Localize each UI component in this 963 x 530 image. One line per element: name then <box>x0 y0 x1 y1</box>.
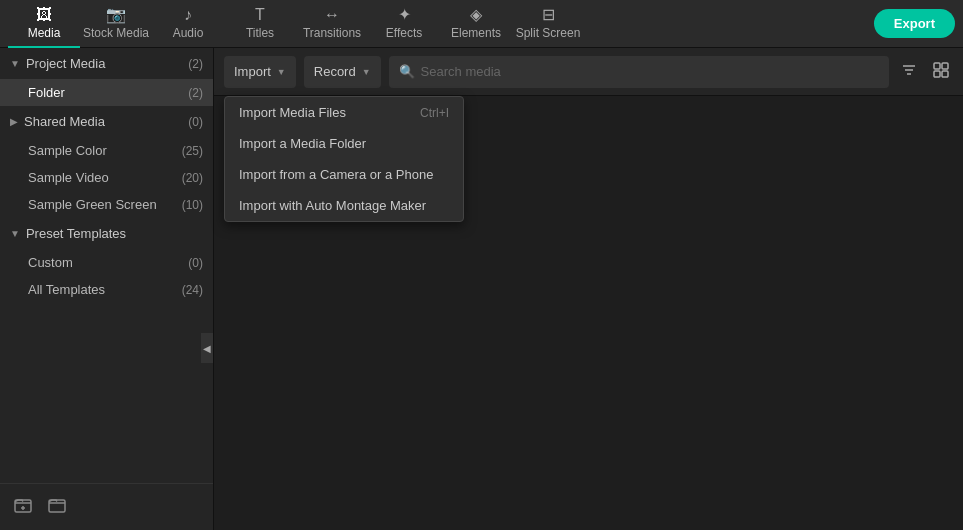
nav-item-audio[interactable]: ♪ Audio <box>152 0 224 48</box>
grid-view-button[interactable] <box>929 58 953 86</box>
main-layout: ▼ Project Media (2) Folder (2) ▶ Shared … <box>0 48 963 530</box>
sidebar-item-folder[interactable]: Folder (2) <box>0 79 213 106</box>
all-templates-count: (24) <box>182 283 203 297</box>
sample-video-count: (20) <box>182 171 203 185</box>
import-media-files-shortcut: Ctrl+I <box>420 106 449 120</box>
toolbar: Import ▼ Record ▼ 🔍 <box>214 48 963 96</box>
nav-label-effects: Effects <box>386 26 422 40</box>
svg-rect-8 <box>942 63 948 69</box>
nav-item-split-screen[interactable]: ⊟ Split Screen <box>512 0 584 48</box>
nav-item-transitions[interactable]: ↔ Transitions <box>296 0 368 48</box>
nav-item-media[interactable]: 🖼 Media <box>8 0 80 48</box>
nav-label-split-screen: Split Screen <box>516 26 581 40</box>
sidebar-item-custom[interactable]: Custom (0) <box>0 249 213 276</box>
media-icon: 🖼 <box>36 6 52 24</box>
search-box: 🔍 <box>389 56 889 88</box>
custom-count: (0) <box>188 256 203 270</box>
record-label: Record <box>314 64 356 79</box>
section-label-project-media: Project Media <box>26 56 182 71</box>
new-folder-button[interactable] <box>10 492 36 522</box>
sample-color-label: Sample Color <box>28 143 182 158</box>
section-label-preset-templates: Preset Templates <box>26 226 203 241</box>
import-label: Import <box>234 64 271 79</box>
sidebar-item-all-templates[interactable]: All Templates (24) <box>0 276 213 303</box>
menu-item-import-media-files[interactable]: Import Media Files Ctrl+I <box>225 97 463 128</box>
sidebar-item-sample-video[interactable]: Sample Video (20) <box>0 164 213 191</box>
section-count-shared-media: (0) <box>188 115 203 129</box>
menu-item-import-auto-montage[interactable]: Import with Auto Montage Maker <box>225 190 463 221</box>
custom-label: Custom <box>28 255 188 270</box>
nav-label-media: Media <box>28 26 61 40</box>
audio-icon: ♪ <box>184 6 192 24</box>
nav-item-effects[interactable]: ✦ Effects <box>368 0 440 48</box>
folder-count: (2) <box>188 86 203 100</box>
folder-label: Folder <box>28 85 188 100</box>
search-input[interactable] <box>421 64 879 79</box>
import-dropdown-menu: Import Media Files Ctrl+I Import a Media… <box>224 96 464 222</box>
export-button[interactable]: Export <box>874 9 955 38</box>
transitions-icon: ↔ <box>324 6 340 24</box>
nav-label-elements: Elements <box>451 26 501 40</box>
import-auto-montage-label: Import with Auto Montage Maker <box>239 198 426 213</box>
effects-icon: ✦ <box>398 5 411 24</box>
sidebar-item-sample-color[interactable]: Sample Color (25) <box>0 137 213 164</box>
sample-video-label: Sample Video <box>28 170 182 185</box>
chevron-down-icon: ▼ <box>10 58 20 69</box>
sidebar-section-project-media[interactable]: ▼ Project Media (2) <box>0 48 213 79</box>
nav-label-stock-media: Stock Media <box>83 26 149 40</box>
nav-item-titles[interactable]: T Titles <box>224 0 296 48</box>
sidebar-bottom-bar <box>0 483 213 530</box>
all-templates-label: All Templates <box>28 282 182 297</box>
svg-rect-9 <box>934 71 940 77</box>
elements-icon: ◈ <box>470 5 482 24</box>
menu-item-import-camera-phone[interactable]: Import from a Camera or a Phone <box>225 159 463 190</box>
split-screen-icon: ⊟ <box>542 5 555 24</box>
nav-label-transitions: Transitions <box>303 26 361 40</box>
top-nav: 🖼 Media 📷 Stock Media ♪ Audio T Titles ↔… <box>0 0 963 48</box>
import-button[interactable]: Import ▼ <box>224 56 296 88</box>
svg-rect-10 <box>942 71 948 77</box>
chevron-right-icon: ▶ <box>10 116 18 127</box>
section-count-project-media: (2) <box>188 57 203 71</box>
content-area: Import ▼ Record ▼ 🔍 <box>214 48 963 530</box>
sidebar: ▼ Project Media (2) Folder (2) ▶ Shared … <box>0 48 214 530</box>
titles-icon: T <box>255 6 265 24</box>
menu-item-import-media-folder[interactable]: Import a Media Folder <box>225 128 463 159</box>
import-caret-icon: ▼ <box>277 67 286 77</box>
nav-label-audio: Audio <box>173 26 204 40</box>
sidebar-section-preset-templates[interactable]: ▼ Preset Templates <box>0 218 213 249</box>
import-camera-phone-label: Import from a Camera or a Phone <box>239 167 433 182</box>
nav-item-stock-media[interactable]: 📷 Stock Media <box>80 0 152 48</box>
svg-rect-7 <box>934 63 940 69</box>
section-label-shared-media: Shared Media <box>24 114 182 129</box>
nav-label-titles: Titles <box>246 26 274 40</box>
import-media-files-label: Import Media Files <box>239 105 346 120</box>
sample-green-screen-label: Sample Green Screen <box>28 197 182 212</box>
sidebar-collapse-button[interactable]: ◀ <box>201 333 213 363</box>
import-media-folder-label: Import a Media Folder <box>239 136 366 151</box>
search-icon: 🔍 <box>399 64 415 79</box>
sample-green-screen-count: (10) <box>182 198 203 212</box>
sample-color-count: (25) <box>182 144 203 158</box>
svg-rect-3 <box>49 500 65 512</box>
chevron-down-icon-2: ▼ <box>10 228 20 239</box>
nav-item-elements[interactable]: ◈ Elements <box>440 0 512 48</box>
open-folder-button[interactable] <box>44 492 70 522</box>
sidebar-section-shared-media[interactable]: ▶ Shared Media (0) <box>0 106 213 137</box>
filter-button[interactable] <box>897 58 921 86</box>
record-caret-icon: ▼ <box>362 67 371 77</box>
sidebar-item-sample-green-screen[interactable]: Sample Green Screen (10) <box>0 191 213 218</box>
record-button[interactable]: Record ▼ <box>304 56 381 88</box>
stock-media-icon: 📷 <box>106 5 126 24</box>
